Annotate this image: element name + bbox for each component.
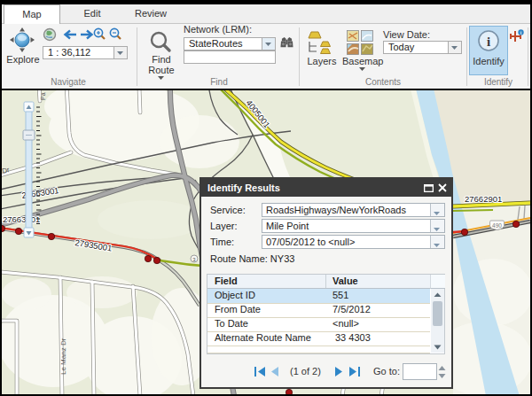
svg-text:27663101: 27663101 xyxy=(3,214,40,224)
svg-text:Pa: Pa xyxy=(40,92,46,100)
svg-text:490: 490 xyxy=(492,222,502,229)
svg-text:27662901: 27662901 xyxy=(465,194,502,204)
svg-text:Le Manz Dr: Le Manz Dr xyxy=(59,338,67,375)
svg-text:i: i xyxy=(487,35,490,49)
